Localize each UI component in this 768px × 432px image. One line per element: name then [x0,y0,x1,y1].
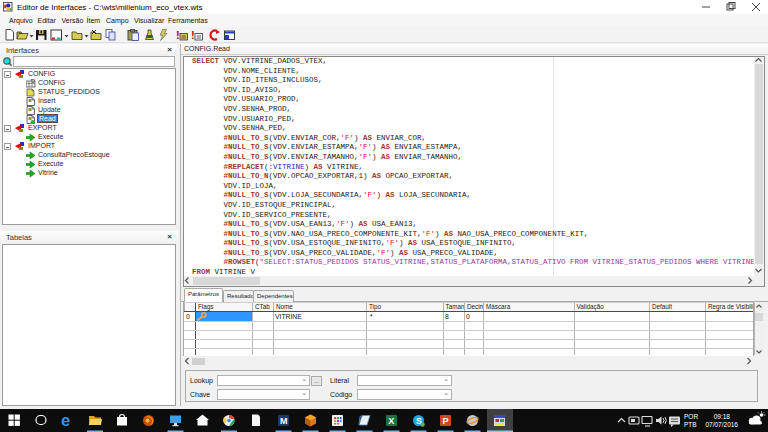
svg-text:P: P [443,416,449,426]
svg-text:PTB: PTB [684,421,697,428]
svg-text:e: e [61,411,70,429]
svg-text:!: ! [191,29,195,41]
svg-text:POR: POR [684,413,698,420]
svg-text:!: ! [176,29,180,41]
svg-text:M: M [280,416,288,426]
svg-text:07/07/2016: 07/07/2016 [705,421,738,428]
svg-text:X: X [388,416,394,426]
svg-text:09:18: 09:18 [714,413,731,420]
